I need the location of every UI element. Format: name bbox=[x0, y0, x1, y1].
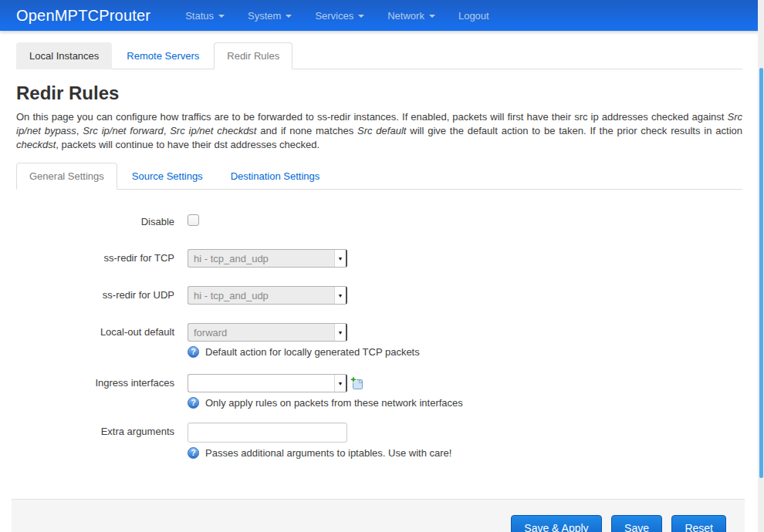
nav-item-logout[interactable]: Logout bbox=[447, 10, 501, 22]
navbar-menu: Status System Services Network Logout bbox=[174, 10, 501, 22]
select-arrow-icon: ▼ bbox=[334, 250, 346, 267]
form-row-ingress-interfaces: Ingress interfaces ▼ bbox=[16, 374, 742, 409]
save-apply-button[interactable]: Save & Apply bbox=[511, 515, 601, 532]
form-row-ss-redir-tcp: ss-redir for TCP hi - tcp_and_udp ▼ bbox=[16, 249, 742, 268]
field-help: ? Only apply rules on packets from these… bbox=[188, 397, 463, 409]
scrollbar-track[interactable] bbox=[758, 0, 764, 532]
local-out-default-select[interactable]: forward ▼ bbox=[188, 323, 347, 342]
ss-redir-udp-select[interactable]: hi - tcp_and_udp ▼ bbox=[188, 286, 347, 305]
form-row-ss-redir-udp: ss-redir for UDP hi - tcp_and_udp ▼ bbox=[16, 286, 742, 305]
ingress-interfaces-select[interactable]: ▼ bbox=[188, 374, 347, 392]
scrollbar-thumb[interactable] bbox=[759, 68, 763, 478]
tab-redir-rules[interactable]: Redir Rules bbox=[214, 42, 292, 69]
help-icon: ? bbox=[188, 447, 199, 459]
settings-tabs: General Settings Source Settings Destina… bbox=[16, 163, 742, 190]
select-arrow-icon: ▼ bbox=[334, 287, 346, 304]
field-label: Extra arguments bbox=[16, 423, 174, 459]
page-title: Redir Rules bbox=[16, 82, 742, 104]
select-arrow-icon: ▼ bbox=[334, 324, 346, 341]
select-arrow-icon: ▼ bbox=[334, 375, 346, 392]
main-container: Local Instances Remote Servers Redir Rul… bbox=[0, 31, 764, 477]
nav-item-status[interactable]: Status bbox=[174, 10, 236, 22]
general-settings-form: Disable ss-redir for TCP hi - tcp_and_ud… bbox=[16, 213, 742, 459]
reset-button[interactable]: Reset bbox=[671, 515, 726, 532]
field-label: Ingress interfaces bbox=[16, 374, 174, 409]
caret-down-icon bbox=[358, 15, 364, 18]
page: OpenMPTCProuter Status System Services N… bbox=[0, 0, 764, 532]
caret-down-icon bbox=[218, 15, 225, 18]
field-label: ss-redir for TCP bbox=[16, 249, 174, 268]
field-label: ss-redir for UDP bbox=[16, 286, 174, 305]
tab-destination-settings[interactable]: Destination Settings bbox=[218, 163, 333, 190]
disable-checkbox[interactable] bbox=[188, 214, 199, 226]
ss-redir-tcp-select[interactable]: hi - tcp_and_udp ▼ bbox=[188, 249, 347, 268]
form-row-disable: Disable bbox=[16, 213, 742, 227]
tab-source-settings[interactable]: Source Settings bbox=[119, 163, 216, 190]
help-icon: ? bbox=[188, 397, 199, 409]
help-icon: ? bbox=[188, 346, 199, 358]
save-button[interactable]: Save bbox=[611, 515, 662, 532]
tab-remote-servers[interactable]: Remote Servers bbox=[113, 42, 212, 69]
tab-general-settings[interactable]: General Settings bbox=[16, 163, 117, 190]
field-label: Disable bbox=[16, 213, 174, 227]
field-label: Local-out default bbox=[16, 323, 174, 358]
brand-link[interactable]: OpenMPTCProuter bbox=[0, 7, 174, 25]
action-footer: Save & Apply Save Reset bbox=[12, 499, 745, 532]
form-row-extra-arguments: Extra arguments ? Passes additional argu… bbox=[16, 423, 742, 459]
top-navbar: OpenMPTCProuter Status System Services N… bbox=[0, 0, 764, 31]
tab-local-instances[interactable]: Local Instances bbox=[16, 42, 112, 69]
nav-item-services[interactable]: Services bbox=[303, 10, 376, 22]
caret-down-icon bbox=[429, 15, 435, 18]
caret-down-icon bbox=[286, 15, 292, 18]
nav-item-system[interactable]: System bbox=[236, 10, 303, 22]
page-description: On this page you can configure how traff… bbox=[16, 110, 742, 152]
add-entry-icon[interactable] bbox=[350, 376, 363, 390]
nav-item-network[interactable]: Network bbox=[376, 10, 447, 22]
extra-arguments-input[interactable] bbox=[188, 423, 347, 443]
main-tabs: Local Instances Remote Servers Redir Rul… bbox=[16, 42, 742, 69]
field-help: ? Passes additional arguments to iptable… bbox=[188, 447, 451, 459]
form-row-local-out-default: Local-out default forward ▼ ? Default ac… bbox=[16, 323, 742, 358]
field-help: ? Default action for locally generated T… bbox=[188, 346, 420, 358]
